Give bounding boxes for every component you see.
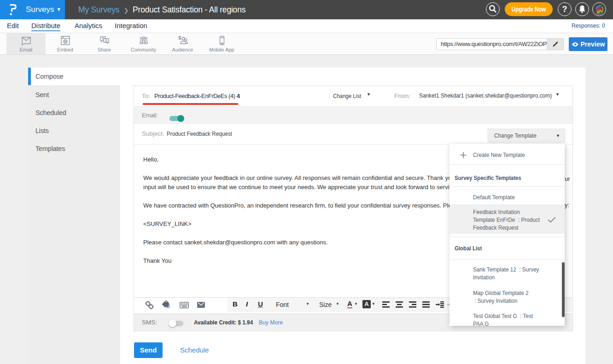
svg-text:$: $ bbox=[178, 35, 181, 40]
